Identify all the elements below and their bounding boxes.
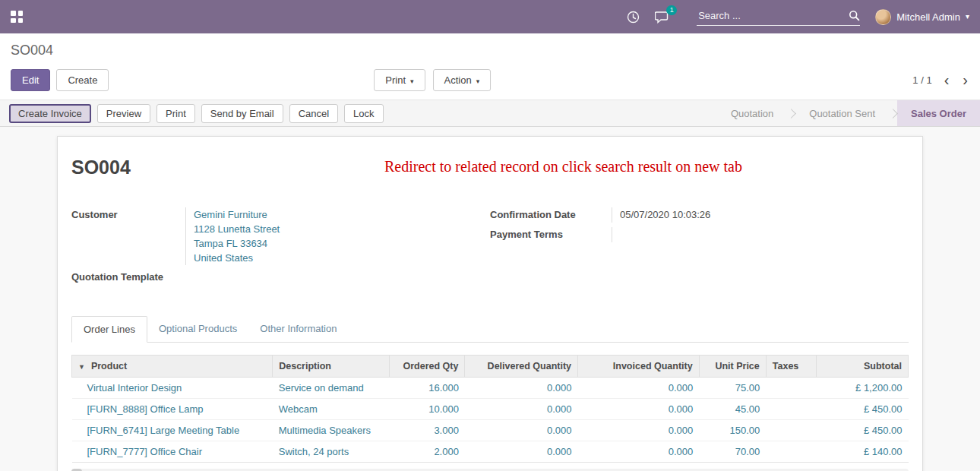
statusbar: Create Invoice Preview Print Send by Ema… [0, 100, 980, 127]
avatar [875, 9, 891, 25]
user-menu[interactable]: Mitchell Admin ▾ [875, 9, 969, 25]
messages-icon[interactable]: 1 [655, 11, 669, 24]
customer-name-link[interactable]: Gemini Furniture [194, 207, 280, 222]
user-name: Mitchell Admin [896, 11, 960, 23]
cell-subtotal[interactable]: £ 140.00 [816, 441, 908, 463]
chevron-down-icon: ▾ [410, 77, 414, 85]
apps-grid-square [11, 11, 16, 16]
action-menu-label: Action [444, 74, 472, 86]
action-menu-button[interactable]: Action▾ [433, 69, 492, 91]
cell-delivered-quantity[interactable]: 0.000 [465, 399, 578, 420]
col-header-description[interactable]: Description [273, 356, 390, 378]
tab-other-information[interactable]: Other Information [248, 316, 348, 343]
cell-description[interactable]: Switch, 24 ports [273, 441, 390, 463]
chevron-right-icon [786, 109, 796, 119]
col-header-product-label: Product [91, 361, 127, 371]
cell-product[interactable]: [FURN_8888] Office Lamp [72, 399, 273, 420]
cell-invoiced-quantity[interactable]: 0.000 [578, 441, 700, 463]
cell-unit-price[interactable]: 75.00 [699, 378, 766, 399]
cell-taxes[interactable] [766, 399, 816, 420]
pager-next-button[interactable]: › [961, 72, 969, 87]
quotation-template-value[interactable] [185, 270, 194, 285]
status-step-sales-order[interactable]: Sales Order [897, 100, 980, 126]
col-header-invoiced-quantity[interactable]: Invoiced Quantity [578, 356, 700, 378]
col-header-subtotal[interactable]: Subtotal [816, 356, 908, 378]
chevron-down-icon: ▾ [966, 13, 969, 21]
cell-description[interactable]: Multimedia Speakers [273, 420, 390, 441]
table-row[interactable]: [FURN_6741] Large Meeting Table Multimed… [72, 420, 909, 441]
cell-description[interactable]: Service on demand [273, 378, 390, 399]
cell-delivered-quantity[interactable]: 0.000 [465, 420, 578, 441]
chevron-down-icon: ▾ [476, 77, 480, 85]
customer-country: United States [194, 251, 280, 265]
activities-clock-icon[interactable] [627, 11, 640, 24]
message-count-badge: 1 [666, 5, 677, 15]
cell-subtotal[interactable]: £ 1,200.00 [816, 378, 908, 399]
payment-terms-label: Payment Terms [490, 227, 612, 242]
cell-taxes[interactable] [766, 420, 816, 441]
tab-optional-products[interactable]: Optional Products [147, 316, 248, 343]
cell-ordered-qty[interactable]: 3.000 [390, 420, 465, 441]
column-toggle-icon[interactable]: ▼ [78, 363, 85, 371]
cell-unit-price[interactable]: 70.00 [699, 441, 766, 463]
customer-value[interactable]: Gemini Furniture 1128 Lunetta Street Tam… [185, 207, 280, 265]
confirmation-date-label: Confirmation Date [490, 207, 612, 223]
customer-label: Customer [71, 207, 185, 265]
cell-invoiced-quantity[interactable]: 0.000 [578, 378, 700, 399]
confirmation-date-value[interactable]: 05/07/2020 10:03:26 [612, 207, 710, 223]
cell-delivered-quantity[interactable]: 0.000 [465, 378, 578, 399]
customer-street: 1128 Lunetta Street [194, 222, 280, 236]
notebook-tabs: Order Lines Optional Products Other Info… [71, 315, 909, 343]
navbar-search[interactable] [697, 8, 860, 26]
cell-product[interactable]: Virtual Interior Design [72, 378, 273, 399]
cell-delivered-quantity[interactable]: 0.000 [465, 441, 578, 463]
status-step-quotation[interactable]: Quotation [717, 100, 787, 126]
apps-grid-square [11, 18, 16, 24]
cell-ordered-qty[interactable]: 2.000 [390, 441, 465, 463]
send-by-email-button[interactable]: Send by Email [201, 104, 283, 123]
cell-subtotal[interactable]: £ 450.00 [816, 420, 908, 441]
cell-product[interactable]: [FURN_7777] Office Chair [72, 441, 273, 463]
table-row[interactable]: [FURN_7777] Office Chair Switch, 24 port… [72, 441, 909, 463]
col-header-ordered-qty[interactable]: Ordered Qty [390, 356, 465, 378]
create-invoice-button[interactable]: Create Invoice [9, 104, 91, 123]
cell-description[interactable]: Webcam [273, 399, 390, 420]
cell-product[interactable]: [FURN_6741] Large Meeting Table [72, 420, 273, 441]
col-header-taxes[interactable]: Taxes [766, 356, 816, 378]
table-header-row: ▼Product Description Ordered Qty Deliver… [72, 356, 909, 378]
status-step-quotation-sent[interactable]: Quotation Sent [795, 100, 889, 126]
cell-ordered-qty[interactable]: 16.000 [390, 378, 465, 399]
print-button[interactable]: Print [156, 104, 195, 123]
apps-grid-square [18, 11, 24, 16]
cell-invoiced-quantity[interactable]: 0.000 [578, 420, 700, 441]
col-header-product[interactable]: ▼Product [72, 356, 273, 378]
cell-unit-price[interactable]: 150.00 [699, 420, 766, 441]
order-lines-table: ▼Product Description Ordered Qty Deliver… [71, 355, 909, 463]
lock-button[interactable]: Lock [344, 104, 383, 123]
cell-invoiced-quantity[interactable]: 0.000 [578, 399, 700, 420]
cell-taxes[interactable] [766, 378, 816, 399]
cancel-button[interactable]: Cancel [289, 104, 338, 123]
table-row[interactable]: Virtual Interior Design Service on deman… [72, 378, 909, 399]
pager-previous-button[interactable]: ‹ [943, 72, 951, 87]
cell-unit-price[interactable]: 45.00 [699, 399, 766, 420]
payment-terms-value[interactable] [612, 227, 620, 242]
search-input[interactable] [697, 8, 849, 24]
cell-ordered-qty[interactable]: 10.000 [390, 399, 465, 420]
col-header-unit-price[interactable]: Unit Price [699, 356, 766, 378]
col-header-delivered-quantity[interactable]: Delivered Quantity [465, 356, 578, 378]
tab-order-lines[interactable]: Order Lines [71, 316, 147, 343]
cell-subtotal[interactable]: £ 450.00 [816, 399, 908, 420]
table-row[interactable]: [FURN_8888] Office Lamp Webcam 10.000 0.… [72, 399, 909, 420]
preview-button[interactable]: Preview [97, 104, 150, 123]
pager-value: 1 / 1 [912, 74, 931, 86]
apps-menu-icon[interactable] [11, 11, 23, 23]
edit-button[interactable]: Edit [11, 69, 50, 91]
print-menu-label: Print [385, 74, 406, 86]
quotation-template-label: Quotation Template [71, 270, 185, 285]
cell-taxes[interactable] [766, 441, 816, 463]
search-icon[interactable] [849, 10, 860, 21]
print-menu-button[interactable]: Print▾ [374, 69, 425, 91]
chevron-right-icon [888, 109, 898, 119]
create-button[interactable]: Create [56, 69, 109, 91]
